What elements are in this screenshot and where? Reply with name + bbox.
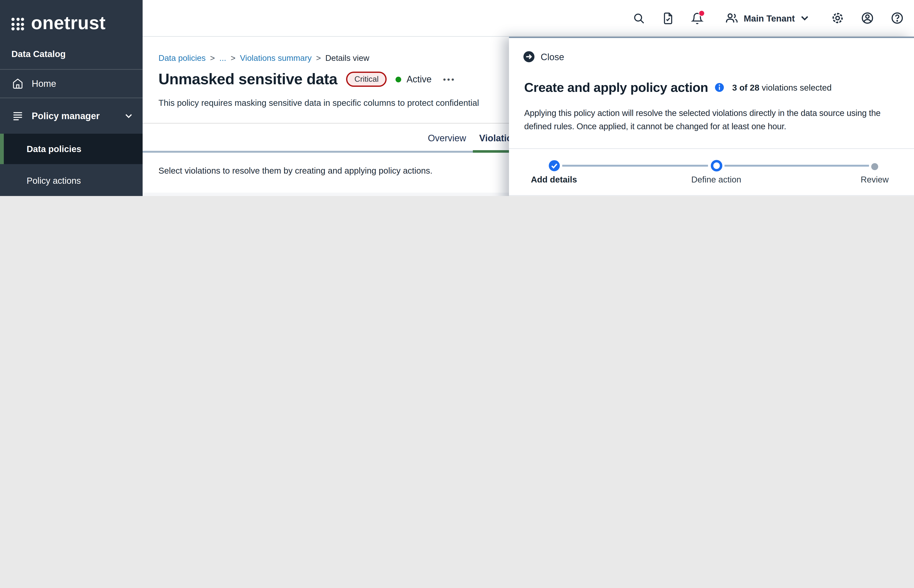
notifications-bell-icon[interactable] bbox=[691, 12, 704, 24]
panel-divider bbox=[509, 148, 914, 149]
violations-intro-text: Select violations to resolve them by cre… bbox=[159, 166, 432, 176]
sidebar-item-policy-manager[interactable]: Policy manager bbox=[0, 98, 142, 134]
app-root: onetrust Data Catalog Home Policy manage… bbox=[0, 0, 914, 196]
breadcrumb-separator: > bbox=[210, 53, 215, 63]
close-button[interactable]: Close bbox=[523, 51, 564, 63]
breadcrumb-data-policies[interactable]: Data policies bbox=[159, 53, 205, 63]
page-title: Unmasked sensitive data bbox=[159, 70, 337, 88]
severity-badge: Critical bbox=[346, 72, 387, 87]
sidebar-item-data-policies[interactable]: Data policies bbox=[0, 134, 142, 164]
info-icon bbox=[715, 82, 725, 92]
step-complete-icon bbox=[548, 160, 560, 172]
chevron-down-icon bbox=[124, 111, 133, 120]
sidebar-item-home[interactable]: Home bbox=[0, 69, 142, 98]
tenant-label: Main Tenant bbox=[744, 13, 795, 23]
breadcrumb-separator: > bbox=[231, 53, 236, 63]
step-label-add-details: Add details bbox=[503, 175, 605, 184]
policy-action-panel: Close Create and apply policy action 3 o… bbox=[509, 37, 914, 196]
settings-gear-icon[interactable] bbox=[831, 11, 844, 25]
account-icon[interactable] bbox=[861, 11, 874, 25]
onetrust-logo-dots-icon bbox=[11, 18, 24, 31]
help-icon[interactable] bbox=[891, 11, 904, 25]
breadcrumb-violations-summary[interactable]: Violations summary bbox=[240, 53, 312, 63]
step-label-define-action: Define action bbox=[665, 175, 767, 184]
list-icon bbox=[12, 110, 23, 122]
sidebar-item-label: Data policies bbox=[27, 144, 81, 154]
stepper-connector bbox=[725, 165, 869, 166]
breadcrumb-ellipsis[interactable]: ... bbox=[219, 53, 226, 63]
home-icon bbox=[12, 78, 23, 89]
policy-description: This policy requires masking sensitive d… bbox=[159, 98, 479, 108]
status-dot bbox=[396, 76, 401, 82]
panel-description: Applying this policy action will resolve… bbox=[524, 107, 896, 133]
step-active-icon bbox=[710, 160, 723, 172]
breadcrumb: Data policies > ... > Violations summary… bbox=[159, 53, 369, 63]
onetrust-wordmark: onetrust bbox=[31, 14, 106, 32]
breadcrumb-separator: > bbox=[316, 53, 321, 63]
status-label: Active bbox=[406, 74, 432, 84]
step-upcoming-icon bbox=[871, 163, 878, 170]
sidebar-item-label: Policy actions bbox=[27, 176, 81, 186]
sidebar: onetrust Data Catalog Home Policy manage… bbox=[0, 0, 142, 196]
chevron-down-icon bbox=[800, 13, 809, 23]
tenant-switcher[interactable]: Main Tenant bbox=[725, 11, 809, 25]
onetrust-logo: onetrust bbox=[0, 0, 142, 38]
users-icon bbox=[725, 11, 739, 25]
stepper-connector bbox=[562, 165, 708, 166]
search-icon[interactable] bbox=[633, 12, 645, 24]
selection-summary: 3 of 28 violations selected bbox=[732, 83, 832, 92]
notification-badge bbox=[699, 10, 705, 16]
status-indicator: Active bbox=[396, 74, 432, 84]
step-define-action[interactable] bbox=[710, 160, 723, 172]
close-arrow-icon bbox=[523, 51, 535, 63]
sidebar-item-label: Home bbox=[32, 79, 56, 89]
panel-divider bbox=[509, 195, 914, 196]
sidebar-nav: Home Policy manager Data policies Policy… bbox=[0, 69, 142, 196]
step-label-review: Review bbox=[824, 175, 914, 184]
app-name: Data Catalog bbox=[0, 49, 142, 59]
more-actions-menu[interactable]: ••• bbox=[440, 74, 458, 84]
step-review[interactable] bbox=[871, 163, 878, 170]
step-add-details[interactable] bbox=[548, 160, 560, 172]
panel-title: Create and apply policy action bbox=[524, 80, 708, 95]
breadcrumb-current: Details view bbox=[325, 53, 369, 63]
tab-overview[interactable]: Overview bbox=[428, 133, 466, 143]
document-check-icon[interactable] bbox=[662, 12, 675, 24]
topbar: Main Tenant bbox=[142, 0, 914, 37]
sidebar-item-policy-actions[interactable]: Policy actions bbox=[0, 164, 142, 196]
close-label: Close bbox=[541, 52, 564, 62]
sidebar-item-label: Policy manager bbox=[32, 111, 100, 121]
